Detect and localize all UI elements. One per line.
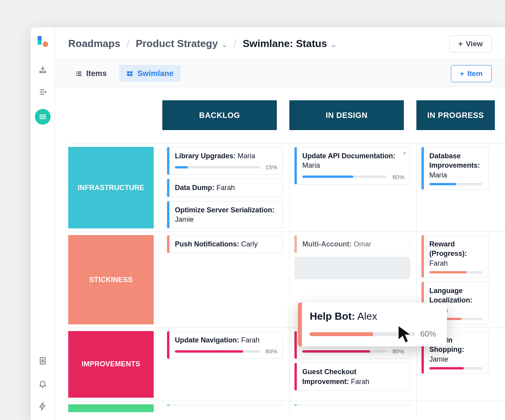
lane-label-improvements: IMPROVEMENTS [68,331,154,398]
svg-rect-13 [127,74,130,76]
chevron-down-icon[interactable]: ⌄ [329,41,336,49]
tab-items[interactable]: Items [68,65,114,82]
card-reward-progress[interactable]: Reward (Progress): Farah [421,235,489,278]
svg-rect-6 [78,71,82,72]
lane-col[interactable]: ▾ Update API Documentation: Maria 60% [289,144,416,232]
svg-rect-8 [78,73,82,74]
main-area: Roadmaps / Product Strategy ⌄ / Swimlane… [55,27,505,420]
bolt-icon[interactable] [37,400,49,412]
card-database-improvements[interactable]: Database Improvements: Maria [421,147,489,190]
lane-label-stickiness: STICKINESS [68,235,154,324]
sidebar [31,27,55,420]
svg-rect-11 [127,71,130,73]
lane-col[interactable] [162,401,289,415]
column-header-in-progress: IN PROGRESS [416,100,495,130]
card-library-upgrades[interactable]: Library Upgrades: Maria 15% [167,147,283,175]
board-area: BACKLOG IN DESIGN IN PROGRESS INFRASTRUC… [55,87,505,420]
svg-rect-12 [130,71,133,73]
topbar: Roadmaps / Product Strategy ⌄ / Swimlane… [55,27,505,60]
breadcrumb-section[interactable]: Product Strategy ⌄ [136,38,227,50]
card-guest-checkout[interactable]: Guest Checkout Improvement: Farah [294,363,410,391]
svg-rect-14 [130,74,133,76]
lane-col[interactable]: Push Notifications: Carly [162,232,289,328]
svg-rect-9 [76,75,77,76]
column-header-in-design: IN DESIGN [289,100,404,130]
lane-col[interactable]: Library Upgrades: Maria 15% Data Dump: F… [162,144,289,232]
svg-rect-7 [76,73,77,74]
tabbar: Items Swimlane + Item [55,60,505,87]
svg-rect-5 [76,71,77,72]
tab-swimlane[interactable]: Swimlane [119,65,180,82]
lane-label-green [68,404,154,412]
view-button[interactable]: + View [449,35,492,52]
breadcrumb-current[interactable]: Swimlane: Status ⌄ [243,38,336,50]
lane-infrastructure: INFRASTRUCTURE Library Upgrades: Maria 1… [68,143,505,232]
lane-col[interactable] [416,401,495,415]
card-push-notifications[interactable]: Push Notifications: Carly [167,235,283,253]
inbox-icon[interactable] [37,63,49,75]
contacts-icon[interactable] [37,355,49,367]
dragged-card-help-bot[interactable]: Help Bot: Alex 60% [298,302,447,346]
plus-icon: + [458,40,463,48]
cursor-icon [397,324,414,344]
lane-col[interactable]: Database Improvements: Maria [416,144,495,232]
column-header-backlog: BACKLOG [162,100,277,130]
list-icon[interactable] [37,86,49,98]
card-optimize-server[interactable]: Optimize Server Serialization: Jamie [167,201,283,229]
breadcrumb-sep: / [127,38,129,50]
drop-placeholder [294,257,410,279]
app-window: Roadmaps / Product Strategy ⌄ / Swimlane… [31,27,505,420]
card-data-dump[interactable]: Data Dump: Farah [167,179,283,197]
breadcrumb: Roadmaps / Product Strategy ⌄ / Swimlane… [68,38,336,50]
columns-header: BACKLOG IN DESIGN IN PROGRESS [162,100,505,130]
svg-rect-10 [78,75,82,76]
lane-label-infrastructure: INFRASTRUCTURE [68,147,154,228]
card-update-navigation[interactable]: Update Navigation: Farah 80% [167,331,283,359]
swimlane-nav-icon[interactable] [35,109,51,125]
chevron-down-icon[interactable]: ⌄ [220,41,227,49]
card-green-1[interactable] [167,404,283,406]
lane-green [68,401,505,415]
card-multi-account[interactable]: Multi-Account: Omar [294,235,410,253]
add-item-button[interactable]: + Item [451,65,492,82]
lane-col[interactable] [289,401,416,415]
app-logo [37,36,49,48]
card-green-2[interactable] [294,404,410,406]
breadcrumb-root[interactable]: Roadmaps [68,38,120,50]
breadcrumb-sep: / [234,38,236,50]
plus-icon: + [460,69,464,78]
card-update-api[interactable]: ▾ Update API Documentation: Maria 60% [294,147,410,185]
card-menu-icon[interactable]: ▾ [403,150,406,156]
bell-icon[interactable] [37,378,49,389]
svg-point-4 [42,359,44,361]
lane-col[interactable]: Update Navigation: Farah 80% [162,328,289,401]
